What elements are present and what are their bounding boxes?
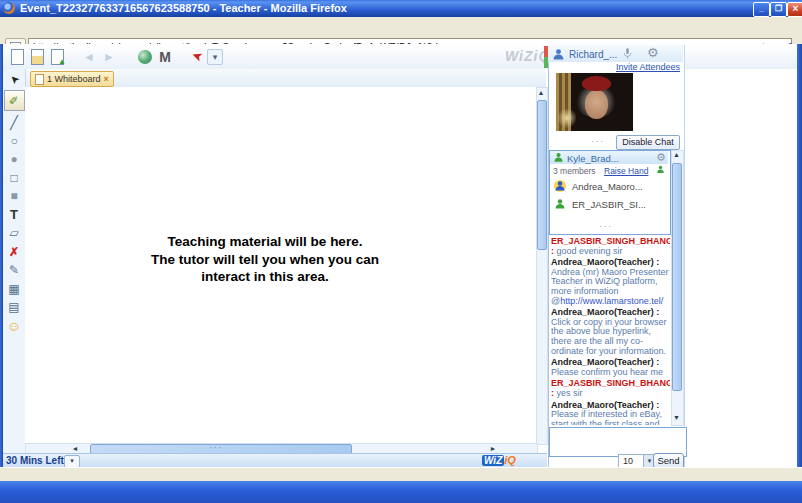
microphone-icon[interactable] — [621, 47, 634, 60]
chat-text: good evening sir — [557, 246, 623, 256]
vertical-scroll-thumb[interactable] — [537, 100, 547, 250]
tab-label: 1 Whiteboard — [47, 74, 101, 84]
whiteboard-message: Teaching material will be here. The tuto… — [25, 233, 505, 286]
tab-close-icon[interactable]: × — [104, 74, 109, 84]
chat-message: ER_JASBIR_SINGH_BHANGU : good evening si… — [551, 237, 670, 256]
minimize-button[interactable] — [753, 2, 770, 17]
members-gear-icon[interactable]: ⚙ — [656, 151, 666, 164]
chat-log: ER_JASBIR_SINGH_BHANGU : good evening si… — [551, 237, 670, 425]
chat-text: Please if interested in eBay, start with… — [551, 409, 667, 425]
browser-status-bar: Looking up crossdomain.xml... — [0, 467, 802, 482]
attendee-name: Andrea_Maoro... — [572, 181, 643, 192]
session-timer-bar — [3, 453, 547, 468]
eraser-tool[interactable]: ▱ — [6, 225, 23, 242]
chat-text: Click or copy in your browser the above … — [551, 317, 667, 356]
attendee-andrea[interactable]: Andrea_Maoro... — [551, 177, 667, 195]
close-button[interactable] — [787, 2, 802, 17]
chat-message: ER_JASBIR_SINGH_BHANGU : yes sir — [551, 379, 670, 398]
window-border-right — [797, 44, 802, 481]
wiziq-bottom-logo: WiZiQ — [482, 454, 516, 466]
attendee-list: Andrea_Maoro... ER_JASBIR_SI... — [551, 177, 667, 213]
ellipse-tool[interactable]: ○ — [6, 132, 23, 149]
raise-hand-link[interactable]: Raise Hand — [604, 166, 648, 176]
window-title: Event_T223277633716567623588750 - Teache… — [20, 2, 347, 14]
drawing-tools-sidebar: ➤ ✏ ╱ ○ ● □ ■ T ▱ ✗ ✎ ▦ ▤ ☺ — [3, 69, 26, 455]
import-content-button[interactable] — [27, 47, 47, 67]
attendee-jasbir[interactable]: ER_JASBIR_SI... — [551, 195, 667, 213]
media-button[interactable]: M — [155, 47, 175, 67]
redo-button[interactable]: ► — [99, 47, 119, 67]
whiteboard-canvas[interactable]: Teaching material will be here. The tuto… — [25, 87, 536, 443]
chat-sender: Andrea_Maoro(Teacher) : — [551, 357, 659, 367]
scroll-up-icon[interactable]: ▲ — [536, 88, 546, 98]
disable-chat-button[interactable]: Disable Chat — [616, 135, 680, 150]
video-person-face — [585, 90, 608, 119]
members-count: 3 members — [553, 166, 596, 176]
video-resize-grip[interactable]: ▪ ▪ ▪ — [592, 139, 603, 144]
pointer-button[interactable]: ➤ — [184, 44, 210, 70]
rectangle-tool[interactable]: □ — [6, 169, 23, 186]
presenter-avatar-icon — [552, 48, 565, 61]
member-avatar-icon — [553, 152, 564, 163]
webcam-video — [556, 73, 633, 131]
invite-attendees-link[interactable]: Invite Attendees — [556, 62, 680, 72]
chat-scroll-thumb[interactable] — [672, 163, 682, 391]
scroll-right-icon[interactable]: ► — [488, 444, 498, 453]
chat-message: Andrea_Maoro(Teacher) : Andrea (mr) Maor… — [551, 258, 670, 306]
address-bar: http://authorlive.wiziq.com/aliveext/Log… — [0, 17, 802, 45]
chat-text: Please confirm you hear me — [551, 367, 663, 377]
undo-button[interactable]: ◄ — [79, 47, 99, 67]
presenter-name: Richard_... — [569, 49, 617, 60]
chat-message: Andrea_Maoro(Teacher) : Click or copy in… — [551, 308, 670, 356]
emoticon-tool[interactable]: ☺ — [6, 317, 23, 334]
time-left-label: 30 Mins Left — [6, 455, 64, 466]
title-bar: Event_T223277633716567623588750 - Teache… — [0, 0, 802, 17]
new-page-button[interactable] — [7, 47, 27, 67]
member-header-name: Kyle_Brad... — [567, 153, 619, 164]
firefox-icon — [3, 2, 15, 14]
tab-page-icon — [35, 74, 44, 85]
attendee-name: ER_JASBIR_SI... — [572, 199, 646, 210]
chat-scroll-up-icon[interactable]: ▲ — [671, 150, 682, 161]
grid-tool[interactable]: ▦ — [6, 280, 23, 297]
taskbar: start e » nessae Logout - Mozil... — [0, 481, 802, 503]
line-tool[interactable]: ╱ — [6, 114, 23, 131]
raise-hand-person-icon — [656, 165, 665, 174]
video-person-hat — [582, 76, 611, 91]
delete-tool[interactable]: ✗ — [6, 243, 23, 260]
chat-message: Andrea_Maoro(Teacher) : Please confirm y… — [551, 358, 670, 377]
export-content-button[interactable] — [47, 47, 67, 67]
pencil-tool[interactable]: ✏ — [4, 90, 25, 111]
chat-link[interactable]: http://www.lamarstone.tel/ — [560, 296, 663, 306]
chat-sender: Andrea_Maoro(Teacher) : — [551, 257, 659, 267]
font-size-value: 10 — [623, 456, 633, 466]
chat-text: yes sir — [557, 388, 583, 398]
filled-ellipse-tool[interactable]: ● — [6, 151, 23, 168]
attendee-person-icon — [554, 180, 566, 192]
members-resize-grip[interactable]: ▪ ▪ ▪ — [600, 224, 611, 229]
tab-whiteboard[interactable]: 1 Whiteboard × — [30, 71, 114, 87]
scroll-left-icon[interactable]: ◄ — [70, 444, 80, 453]
attendee-person-icon — [554, 198, 566, 210]
select-tool[interactable]: ➤ — [2, 67, 26, 91]
chat-sender: Andrea_Maoro(Teacher) : — [551, 307, 659, 317]
filled-rectangle-tool[interactable]: ■ — [6, 188, 23, 205]
settings-gear-icon[interactable]: ⚙ — [647, 45, 659, 60]
font-size-select[interactable]: 10 ▾ — [618, 454, 656, 468]
chat-scroll-down-icon[interactable]: ▼ — [671, 413, 682, 424]
video-lamp-glow — [558, 107, 576, 129]
pointer-dropdown-button[interactable]: ▾ — [207, 49, 223, 65]
maximize-button[interactable] — [770, 2, 787, 17]
clipart-tool[interactable]: ▤ — [6, 299, 23, 316]
highlighter-tool[interactable]: ✎ — [6, 262, 23, 279]
toolbar-buttons: ◄ ► M ➤ ▾ — [7, 46, 223, 67]
globe-button[interactable] — [135, 47, 155, 67]
text-tool[interactable]: T — [6, 206, 23, 223]
scroll-grip: ▪ ▪ ▪ — [210, 445, 221, 450]
chat-message: Andrea_Maoro(Teacher) : Please if intere… — [551, 401, 670, 426]
chat-sender: Andrea_Maoro(Teacher) : — [551, 400, 659, 410]
